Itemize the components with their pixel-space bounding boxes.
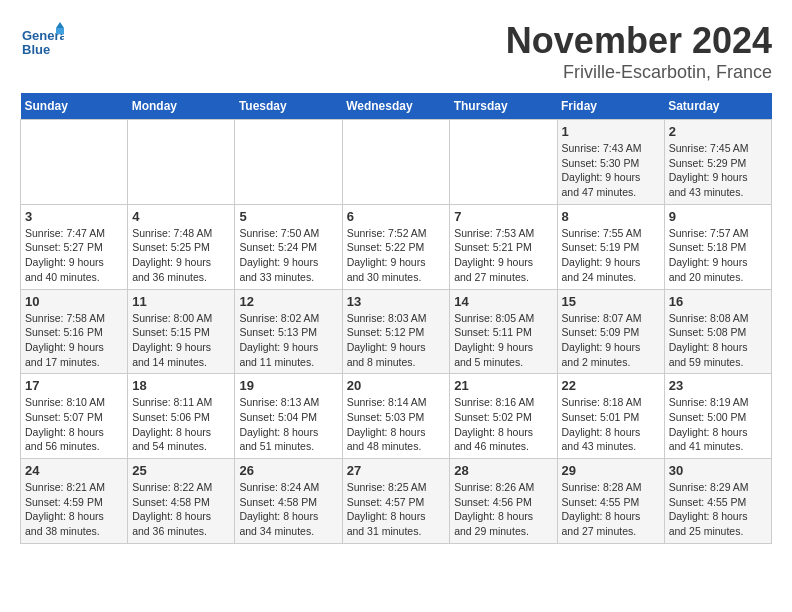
day-info: Sunrise: 8:25 AM Sunset: 4:57 PM Dayligh… — [347, 480, 446, 539]
day-number: 21 — [454, 378, 552, 393]
header-monday: Monday — [128, 93, 235, 120]
header-thursday: Thursday — [450, 93, 557, 120]
calendar-cell: 2Sunrise: 7:45 AM Sunset: 5:29 PM Daylig… — [664, 120, 771, 205]
calendar-cell: 22Sunrise: 8:18 AM Sunset: 5:01 PM Dayli… — [557, 374, 664, 459]
day-number: 22 — [562, 378, 660, 393]
header-sunday: Sunday — [21, 93, 128, 120]
day-number: 25 — [132, 463, 230, 478]
day-info: Sunrise: 8:21 AM Sunset: 4:59 PM Dayligh… — [25, 480, 123, 539]
day-number: 16 — [669, 294, 767, 309]
header-friday: Friday — [557, 93, 664, 120]
day-info: Sunrise: 8:19 AM Sunset: 5:00 PM Dayligh… — [669, 395, 767, 454]
day-number: 13 — [347, 294, 446, 309]
day-number: 1 — [562, 124, 660, 139]
day-info: Sunrise: 8:28 AM Sunset: 4:55 PM Dayligh… — [562, 480, 660, 539]
calendar-cell: 21Sunrise: 8:16 AM Sunset: 5:02 PM Dayli… — [450, 374, 557, 459]
svg-marker-2 — [56, 22, 64, 28]
header-saturday: Saturday — [664, 93, 771, 120]
day-info: Sunrise: 8:18 AM Sunset: 5:01 PM Dayligh… — [562, 395, 660, 454]
day-number: 29 — [562, 463, 660, 478]
day-number: 28 — [454, 463, 552, 478]
calendar-cell — [235, 120, 342, 205]
calendar-week-row: 3Sunrise: 7:47 AM Sunset: 5:27 PM Daylig… — [21, 204, 772, 289]
day-info: Sunrise: 8:08 AM Sunset: 5:08 PM Dayligh… — [669, 311, 767, 370]
calendar-cell: 29Sunrise: 8:28 AM Sunset: 4:55 PM Dayli… — [557, 459, 664, 544]
calendar-cell: 3Sunrise: 7:47 AM Sunset: 5:27 PM Daylig… — [21, 204, 128, 289]
day-info: Sunrise: 8:07 AM Sunset: 5:09 PM Dayligh… — [562, 311, 660, 370]
day-info: Sunrise: 7:58 AM Sunset: 5:16 PM Dayligh… — [25, 311, 123, 370]
day-info: Sunrise: 8:13 AM Sunset: 5:04 PM Dayligh… — [239, 395, 337, 454]
calendar-cell: 23Sunrise: 8:19 AM Sunset: 5:00 PM Dayli… — [664, 374, 771, 459]
logo-icon: General Blue — [20, 20, 60, 60]
calendar-table: SundayMondayTuesdayWednesdayThursdayFrid… — [20, 93, 772, 544]
calendar-cell: 27Sunrise: 8:25 AM Sunset: 4:57 PM Dayli… — [342, 459, 450, 544]
calendar-cell: 6Sunrise: 7:52 AM Sunset: 5:22 PM Daylig… — [342, 204, 450, 289]
day-number: 10 — [25, 294, 123, 309]
day-number: 2 — [669, 124, 767, 139]
day-number: 4 — [132, 209, 230, 224]
calendar-cell: 17Sunrise: 8:10 AM Sunset: 5:07 PM Dayli… — [21, 374, 128, 459]
day-number: 26 — [239, 463, 337, 478]
day-info: Sunrise: 8:16 AM Sunset: 5:02 PM Dayligh… — [454, 395, 552, 454]
day-info: Sunrise: 8:11 AM Sunset: 5:06 PM Dayligh… — [132, 395, 230, 454]
day-info: Sunrise: 7:55 AM Sunset: 5:19 PM Dayligh… — [562, 226, 660, 285]
day-info: Sunrise: 7:45 AM Sunset: 5:29 PM Dayligh… — [669, 141, 767, 200]
calendar-cell: 24Sunrise: 8:21 AM Sunset: 4:59 PM Dayli… — [21, 459, 128, 544]
day-info: Sunrise: 7:53 AM Sunset: 5:21 PM Dayligh… — [454, 226, 552, 285]
calendar-cell: 11Sunrise: 8:00 AM Sunset: 5:15 PM Dayli… — [128, 289, 235, 374]
day-info: Sunrise: 8:05 AM Sunset: 5:11 PM Dayligh… — [454, 311, 552, 370]
day-info: Sunrise: 8:26 AM Sunset: 4:56 PM Dayligh… — [454, 480, 552, 539]
day-info: Sunrise: 8:14 AM Sunset: 5:03 PM Dayligh… — [347, 395, 446, 454]
calendar-cell: 28Sunrise: 8:26 AM Sunset: 4:56 PM Dayli… — [450, 459, 557, 544]
day-info: Sunrise: 7:43 AM Sunset: 5:30 PM Dayligh… — [562, 141, 660, 200]
day-number: 3 — [25, 209, 123, 224]
day-info: Sunrise: 7:47 AM Sunset: 5:27 PM Dayligh… — [25, 226, 123, 285]
calendar-cell: 15Sunrise: 8:07 AM Sunset: 5:09 PM Dayli… — [557, 289, 664, 374]
calendar-cell: 1Sunrise: 7:43 AM Sunset: 5:30 PM Daylig… — [557, 120, 664, 205]
calendar-cell — [21, 120, 128, 205]
calendar-cell — [128, 120, 235, 205]
calendar-cell: 9Sunrise: 7:57 AM Sunset: 5:18 PM Daylig… — [664, 204, 771, 289]
day-number: 24 — [25, 463, 123, 478]
header: General Blue November 2024 Friville-Esca… — [20, 20, 772, 83]
day-number: 12 — [239, 294, 337, 309]
day-number: 19 — [239, 378, 337, 393]
calendar-cell: 26Sunrise: 8:24 AM Sunset: 4:58 PM Dayli… — [235, 459, 342, 544]
calendar-cell: 13Sunrise: 8:03 AM Sunset: 5:12 PM Dayli… — [342, 289, 450, 374]
calendar-cell: 8Sunrise: 7:55 AM Sunset: 5:19 PM Daylig… — [557, 204, 664, 289]
calendar-cell: 25Sunrise: 8:22 AM Sunset: 4:58 PM Dayli… — [128, 459, 235, 544]
logo: General Blue — [20, 20, 64, 60]
calendar-week-row: 10Sunrise: 7:58 AM Sunset: 5:16 PM Dayli… — [21, 289, 772, 374]
calendar-week-row: 24Sunrise: 8:21 AM Sunset: 4:59 PM Dayli… — [21, 459, 772, 544]
page-title: November 2024 — [506, 20, 772, 62]
title-block: November 2024 Friville-Escarbotin, Franc… — [506, 20, 772, 83]
day-number: 8 — [562, 209, 660, 224]
calendar-header-row: SundayMondayTuesdayWednesdayThursdayFrid… — [21, 93, 772, 120]
day-info: Sunrise: 8:03 AM Sunset: 5:12 PM Dayligh… — [347, 311, 446, 370]
calendar-cell — [450, 120, 557, 205]
calendar-cell: 12Sunrise: 8:02 AM Sunset: 5:13 PM Dayli… — [235, 289, 342, 374]
day-info: Sunrise: 8:24 AM Sunset: 4:58 PM Dayligh… — [239, 480, 337, 539]
calendar-cell: 7Sunrise: 7:53 AM Sunset: 5:21 PM Daylig… — [450, 204, 557, 289]
calendar-cell: 16Sunrise: 8:08 AM Sunset: 5:08 PM Dayli… — [664, 289, 771, 374]
calendar-cell: 19Sunrise: 8:13 AM Sunset: 5:04 PM Dayli… — [235, 374, 342, 459]
day-number: 11 — [132, 294, 230, 309]
day-number: 30 — [669, 463, 767, 478]
calendar-cell: 4Sunrise: 7:48 AM Sunset: 5:25 PM Daylig… — [128, 204, 235, 289]
day-number: 6 — [347, 209, 446, 224]
day-info: Sunrise: 7:50 AM Sunset: 5:24 PM Dayligh… — [239, 226, 337, 285]
header-wednesday: Wednesday — [342, 93, 450, 120]
day-number: 14 — [454, 294, 552, 309]
calendar-cell: 30Sunrise: 8:29 AM Sunset: 4:55 PM Dayli… — [664, 459, 771, 544]
svg-marker-3 — [56, 28, 64, 34]
calendar-cell: 18Sunrise: 8:11 AM Sunset: 5:06 PM Dayli… — [128, 374, 235, 459]
day-info: Sunrise: 8:10 AM Sunset: 5:07 PM Dayligh… — [25, 395, 123, 454]
calendar-week-row: 1Sunrise: 7:43 AM Sunset: 5:30 PM Daylig… — [21, 120, 772, 205]
day-number: 7 — [454, 209, 552, 224]
header-tuesday: Tuesday — [235, 93, 342, 120]
day-info: Sunrise: 7:48 AM Sunset: 5:25 PM Dayligh… — [132, 226, 230, 285]
page-subtitle: Friville-Escarbotin, France — [506, 62, 772, 83]
day-number: 15 — [562, 294, 660, 309]
day-info: Sunrise: 7:57 AM Sunset: 5:18 PM Dayligh… — [669, 226, 767, 285]
day-number: 9 — [669, 209, 767, 224]
